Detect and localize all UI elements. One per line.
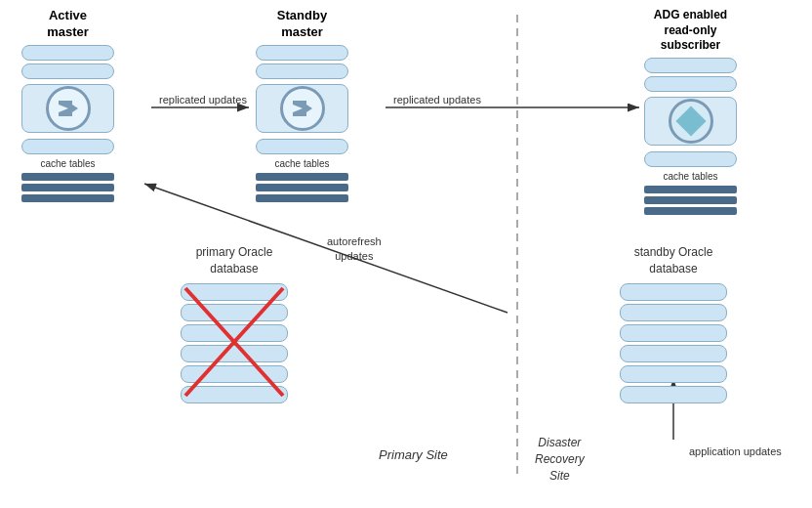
replicated-updates-label-1: replicated updates: [159, 93, 247, 107]
primary-oracle-node: primary Oracledatabase: [181, 244, 288, 403]
adg-label: ADG enabledread-onlysubscriber: [644, 8, 737, 54]
standby-oracle-label: standby Oracledatabase: [620, 244, 727, 277]
diagram-container: Active master: [0, 0, 812, 508]
dr-site-label: DisasterRecoverySite: [535, 435, 585, 484]
active-master-node: Active master: [21, 8, 114, 202]
svg-marker-9: [293, 101, 312, 116]
standby-oracle-node: standby Oracledatabase: [620, 244, 727, 403]
primary-site-label: Primary Site: [379, 447, 448, 462]
standby-master-label: Standbymaster: [256, 8, 348, 41]
primary-oracle-label: primary Oracledatabase: [181, 244, 288, 277]
standby-master-node: Standbymaster cache tables: [256, 8, 348, 202]
replicated-updates-label-2: replicated updates: [393, 93, 481, 107]
app-updates-label: application updates: [689, 444, 782, 459]
svg-marker-8: [59, 101, 78, 116]
active-master-label: Active master: [21, 8, 114, 41]
autorefresh-label: autorefreshupdates: [327, 234, 382, 265]
adg-subscriber-node: ADG enabledread-onlysubscriber cache tab…: [644, 8, 737, 215]
